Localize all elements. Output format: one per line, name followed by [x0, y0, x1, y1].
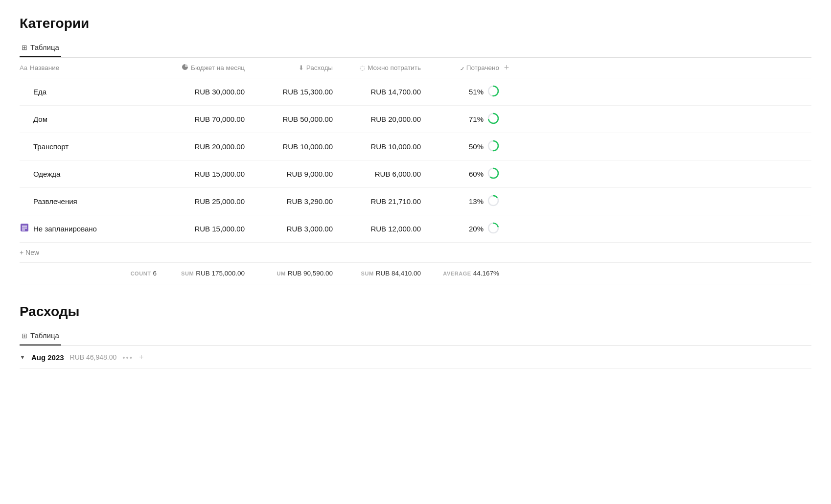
cell-percent: 20% [421, 222, 499, 235]
percent-value: 50% [469, 142, 484, 151]
col-header-name: Аа Название [20, 63, 157, 73]
cell-expenses: RUB 50,000.00 [245, 115, 333, 123]
cell-budget: RUB 70,000.00 [157, 115, 245, 123]
cell-budget: RUB 15,000.00 [157, 225, 245, 233]
cell-can-spend: RUB 10,000.00 [333, 142, 421, 151]
svg-rect-18 [22, 228, 27, 229]
cell-expenses: RUB 3,290.00 [245, 197, 333, 206]
summary-row: COUNT 6 SUM RUB 175,000.00 UM RUB 90,590… [20, 263, 811, 284]
circle-progress [487, 222, 499, 235]
row-icon: 🎮 [20, 195, 29, 207]
table-rows: 🍴 Еда RUB 30,000.00 RUB 15,300.00 RUB 14… [20, 78, 811, 243]
chevron-icon[interactable]: ▼ [20, 354, 25, 361]
row-icon: 👘 [20, 168, 29, 180]
table-row[interactable]: 🚗 Транспорт RUB 20,000.00 RUB 10,000.00 … [20, 133, 811, 160]
row-icon: 🚗 [20, 140, 29, 153]
percent-value: 20% [469, 225, 484, 233]
cell-expenses: RUB 10,000.00 [245, 142, 333, 151]
summary-count: COUNT 6 [20, 270, 157, 277]
cell-name: 🏠 Дом [20, 113, 157, 125]
table-row[interactable]: 👘 Одежда RUB 15,000.00 RUB 9,000.00 RUB … [20, 160, 811, 188]
col-header-expenses: ⬇ Расходы [245, 63, 333, 73]
summary-can-spend: SUM RUB 84,410.00 [333, 270, 421, 277]
cell-name: 🍴 Еда [20, 86, 157, 98]
svg-text:🎮: 🎮 [20, 196, 29, 205]
cell-name: 👘 Одежда [20, 168, 157, 180]
expenses-title: Расходы [20, 304, 811, 320]
table-row[interactable]: 🏠 Дом RUB 70,000.00 RUB 50,000.00 RUB 20… [20, 106, 811, 133]
row-icon [20, 223, 29, 235]
row-name: Развлечения [33, 197, 77, 206]
row-icon: 🏠 [20, 113, 29, 125]
row-name: Дом [33, 115, 47, 123]
expenses-group-row: ▼ Aug 2023 RUB 46,948.00 ••• + [20, 346, 811, 369]
percent-value: 13% [469, 197, 484, 206]
svg-text:👘: 👘 [20, 168, 29, 178]
table-row[interactable]: 🍴 Еда RUB 30,000.00 RUB 15,300.00 RUB 14… [20, 78, 811, 106]
cell-percent: 51% [421, 85, 499, 98]
cell-expenses: RUB 3,000.00 [245, 225, 333, 233]
tab-table-expenses[interactable]: ⊞ Таблица [20, 327, 61, 345]
cell-percent: 71% [421, 113, 499, 126]
categories-title: Категории [20, 16, 811, 31]
cell-can-spend: RUB 20,000.00 [333, 115, 421, 123]
row-name: Одежда [33, 170, 60, 178]
circle-progress [487, 195, 499, 208]
cell-percent: 50% [421, 140, 499, 153]
cell-can-spend: RUB 21,710.00 [333, 197, 421, 206]
add-new-button[interactable]: + New [20, 243, 811, 263]
cell-name: Не запланировано [20, 223, 157, 235]
pie-icon [182, 64, 188, 72]
cell-name: 🚗 Транспорт [20, 140, 157, 153]
svg-text:🚗: 🚗 [20, 141, 29, 150]
group-add-button[interactable]: + [139, 353, 143, 362]
svg-text:🏠: 🏠 [20, 114, 29, 123]
cell-budget: RUB 25,000.00 [157, 197, 245, 206]
svg-text:🍴: 🍴 [20, 86, 29, 95]
cell-name: 🎮 Развлечения [20, 195, 157, 207]
percent-value: 60% [469, 170, 484, 178]
pie-spin-icon [457, 64, 464, 72]
summary-budget: SUM RUB 175,000.00 [157, 270, 245, 277]
row-name: Транспорт [33, 142, 69, 151]
cell-budget: RUB 20,000.00 [157, 142, 245, 151]
percent-value: 51% [469, 88, 484, 96]
cell-can-spend: RUB 14,700.00 [333, 88, 421, 96]
group-dots-button[interactable]: ••• [122, 353, 133, 362]
table-header: Аа Название Бюджет на месяц ⬇ Расходы ◌ … [20, 58, 811, 78]
table-row[interactable]: 🎮 Развлечения RUB 25,000.00 RUB 3,290.00… [20, 188, 811, 215]
svg-point-0 [458, 65, 463, 70]
col-header-can-spend: ◌ Можно потратить [333, 63, 421, 73]
cell-expenses: RUB 15,300.00 [245, 88, 333, 96]
circle-progress [487, 85, 499, 98]
cell-can-spend: RUB 12,000.00 [333, 225, 421, 233]
circle-progress [487, 167, 499, 181]
cell-budget: RUB 30,000.00 [157, 88, 245, 96]
svg-rect-19 [22, 229, 25, 230]
cell-percent: 60% [421, 167, 499, 181]
down-circle-icon: ⬇ [299, 64, 304, 71]
col-header-budget: Бюджет на месяц [157, 63, 245, 73]
tab-table-categories[interactable]: ⊞ Таблица [20, 39, 61, 57]
circle-progress [487, 140, 499, 153]
cell-budget: RUB 15,000.00 [157, 170, 245, 178]
expenses-section: Расходы ⊞ Таблица ▼ Aug 2023 RUB 46,948.… [20, 304, 811, 369]
table-icon-expenses: ⊞ [22, 332, 27, 340]
table-row[interactable]: Не запланировано RUB 15,000.00 RUB 3,000… [20, 215, 811, 243]
categories-tab-bar: ⊞ Таблица [20, 39, 811, 58]
group-label: Aug 2023 [31, 353, 64, 362]
percent-value: 71% [469, 115, 484, 123]
add-column-button[interactable]: + [499, 63, 514, 73]
row-icon: 🍴 [20, 86, 29, 98]
summary-percent: AVERAGE 44.167% [421, 270, 499, 277]
dashed-circle-icon: ◌ [360, 64, 365, 71]
group-amount: RUB 46,948.00 [70, 353, 117, 361]
cell-percent: 13% [421, 195, 499, 208]
cell-expenses: RUB 9,000.00 [245, 170, 333, 178]
svg-rect-17 [22, 226, 27, 227]
aa-icon: Аа [20, 64, 27, 71]
summary-expenses: UM RUB 90,590.00 [245, 270, 333, 277]
expenses-tab-bar: ⊞ Таблица [20, 327, 811, 346]
categories-table: Аа Название Бюджет на месяц ⬇ Расходы ◌ … [20, 58, 811, 284]
table-icon: ⊞ [22, 44, 27, 51]
